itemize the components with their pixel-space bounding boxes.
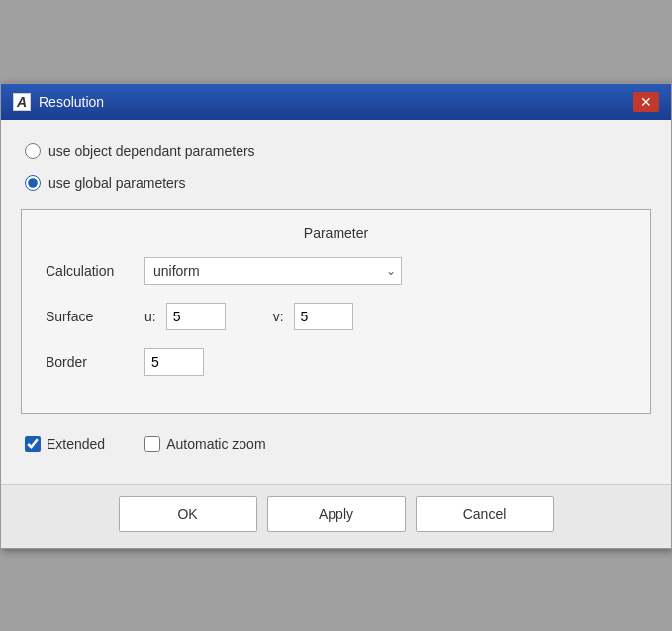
surface-v-input[interactable] <box>294 303 353 330</box>
radio-object-dependant-label[interactable]: use object dependant parameters <box>48 143 255 159</box>
surface-u-label: u: <box>144 309 156 324</box>
radio-object-dependant[interactable] <box>25 143 41 159</box>
title-bar: A Resolution ✕ <box>1 84 671 120</box>
checkboxes-row: Extended Automatic zoom <box>21 424 651 468</box>
radio-row-1: use object dependant parameters <box>21 135 651 167</box>
border-input[interactable] <box>144 348 204 376</box>
calculation-dropdown-wrapper: uniform adaptive ⌄ <box>144 257 402 285</box>
border-row: Border <box>46 348 626 376</box>
calculation-label: Calculation <box>46 263 144 279</box>
extended-checkbox[interactable] <box>25 436 41 452</box>
automatic-zoom-label[interactable]: Automatic zoom <box>166 436 265 452</box>
surface-row: Surface u: v: <box>46 303 626 330</box>
title-bar-left: A Resolution <box>13 93 104 111</box>
surface-inputs: u: v: <box>144 303 353 330</box>
automatic-zoom-group: Automatic zoom <box>144 436 265 452</box>
close-button[interactable]: ✕ <box>633 92 659 112</box>
radio-global-parameters-label[interactable]: use global parameters <box>48 175 186 191</box>
border-label: Border <box>46 354 144 370</box>
apply-button[interactable]: Apply <box>267 496 406 532</box>
extended-label[interactable]: Extended <box>47 436 105 452</box>
automatic-zoom-checkbox[interactable] <box>144 436 160 452</box>
parameter-box: Parameter Calculation uniform adaptive ⌄… <box>21 209 651 414</box>
app-icon: A <box>13 93 31 111</box>
surface-label: Surface <box>46 309 144 324</box>
surface-u-input[interactable] <box>166 303 226 330</box>
radio-row-2: use global parameters <box>21 167 651 199</box>
dialog-title: Resolution <box>39 94 104 110</box>
parameter-title: Parameter <box>46 225 626 241</box>
ok-button[interactable]: OK <box>119 496 257 532</box>
calculation-row: Calculation uniform adaptive ⌄ <box>46 257 626 285</box>
cancel-button[interactable]: Cancel <box>416 496 554 532</box>
button-row: OK Apply Cancel <box>1 484 671 548</box>
radio-global-parameters[interactable] <box>25 175 41 191</box>
resolution-dialog: A Resolution ✕ use object dependant para… <box>0 83 672 549</box>
extended-group: Extended <box>25 436 105 452</box>
surface-v-label: v: <box>273 309 284 324</box>
calculation-dropdown[interactable]: uniform adaptive <box>144 257 402 285</box>
dialog-body: use object dependant parameters use glob… <box>1 120 671 484</box>
